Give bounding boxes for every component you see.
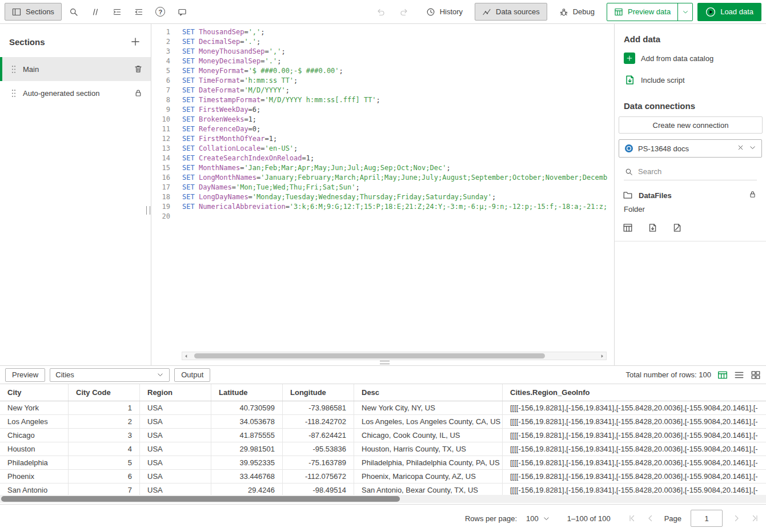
- column-header-longitude[interactable]: Longitude: [283, 384, 354, 401]
- table-row[interactable]: Philadelphia5USA39.952335-75.163789Phila…: [0, 456, 766, 470]
- code-line[interactable]: [182, 212, 607, 221]
- code-line[interactable]: SET FirstWeekDay=6;: [182, 105, 607, 115]
- table-row[interactable]: Chicago3USA41.875555-87.624421Chicago, C…: [0, 429, 766, 442]
- search-script-button[interactable]: [64, 3, 83, 21]
- page-input[interactable]: [691, 510, 723, 527]
- code-line[interactable]: SET DateFormat='M/D/YYYY';: [182, 86, 607, 95]
- list-view-icon[interactable]: [734, 370, 744, 380]
- search-icon: [69, 7, 78, 17]
- editor-horizontal-scrollbar[interactable]: [182, 352, 607, 360]
- code-line[interactable]: SET ThousandSep=',';: [182, 27, 607, 37]
- sections-toggle-button[interactable]: Sections: [5, 3, 62, 21]
- line-number: 2: [152, 37, 175, 47]
- code-line[interactable]: SET MoneyFormat='$ ###0.00;-$ ###0.00';: [182, 66, 607, 76]
- table-row[interactable]: Houston4USA29.981501-95.53836Houston, Ha…: [0, 442, 766, 456]
- column-header-cities-region-geoinfo[interactable]: Cities.Region_GeoInfo: [503, 384, 766, 401]
- code-line[interactable]: SET TimeFormat='h:mm:ss TT';: [182, 76, 607, 86]
- history-button[interactable]: History: [419, 3, 470, 21]
- code-line[interactable]: SET LongMonthNames='January;February;Mar…: [182, 173, 607, 183]
- edit-connection-icon[interactable]: [672, 223, 682, 233]
- code-line[interactable]: SET DecimalSep='.';: [182, 37, 607, 47]
- sidebar-resize-handle[interactable]: [146, 206, 150, 215]
- insert-script-icon[interactable]: [647, 223, 657, 233]
- code-line[interactable]: SET CollationLocale='en-US';: [182, 144, 607, 154]
- table-horizontal-scrollbar[interactable]: [0, 495, 766, 503]
- script-editor[interactable]: 1234567891011121314151617181920 SET Thou…: [152, 24, 614, 365]
- code-line[interactable]: SET DayNames='Mon;Tue;Wed;Thu;Fri;Sat;Su…: [182, 183, 607, 192]
- code-line[interactable]: SET MoneyThousandSep=',';: [182, 47, 607, 57]
- table-row[interactable]: Phoenix6USA33.446768-112.075672Phoenix, …: [0, 470, 766, 483]
- connection-icon: [624, 144, 633, 153]
- search-input[interactable]: [638, 167, 756, 176]
- delete-section-button[interactable]: [134, 65, 143, 74]
- outdent-button[interactable]: [129, 3, 149, 21]
- table-row[interactable]: New York1USA40.730599-73.986581New York …: [0, 401, 766, 415]
- panel-splitter-handle[interactable]: [380, 361, 390, 364]
- create-connection-button[interactable]: Create new connection: [619, 116, 763, 134]
- previous-page-button[interactable]: [646, 514, 655, 523]
- load-data-button[interactable]: Load data: [697, 3, 761, 21]
- hints-button[interactable]: [173, 3, 192, 21]
- last-page-button[interactable]: [750, 514, 759, 523]
- rows-per-page-select[interactable]: 100: [526, 514, 550, 523]
- indent-button[interactable]: [107, 3, 127, 21]
- include-script-button[interactable]: Include script: [615, 69, 766, 91]
- table-view-icon[interactable]: [717, 370, 728, 380]
- table-scrollbar-thumb[interactable]: [1, 496, 400, 502]
- chevron-down-icon[interactable]: [749, 144, 756, 153]
- preview-options: Total number of rows: 100: [625, 370, 761, 380]
- data-preview-table: CityCity CodeRegionLatitudeLongitudeDesc…: [0, 384, 766, 504]
- output-button[interactable]: Output: [174, 368, 210, 382]
- column-header-region[interactable]: Region: [140, 384, 211, 401]
- preview-data-button[interactable]: Preview data: [607, 3, 677, 21]
- chevron-left-icon: [646, 514, 655, 523]
- line-number: 5: [152, 66, 175, 76]
- connection-select[interactable]: PS-13648 docs: [619, 139, 762, 158]
- preview-button[interactable]: Preview: [5, 368, 45, 382]
- editor-code-lines[interactable]: SET ThousandSep=',';SET DecimalSep='.';S…: [175, 24, 607, 348]
- column-header-city-code[interactable]: City Code: [69, 384, 140, 401]
- redo-button[interactable]: [395, 3, 414, 21]
- code-line[interactable]: SET LongDayNames='Monday;Tuesday;Wednesd…: [182, 192, 607, 202]
- datafiles-item[interactable]: DataFiles: [615, 183, 766, 205]
- scrollbar-track[interactable]: [190, 352, 598, 360]
- table-cell: USA: [140, 415, 211, 428]
- scroll-left-arrow[interactable]: [182, 353, 190, 359]
- add-from-catalog-button[interactable]: Add from data catalog: [615, 47, 766, 69]
- line-number: 6: [152, 76, 175, 86]
- table-cell: USA: [140, 429, 211, 442]
- undo-button[interactable]: [371, 3, 390, 21]
- code-line[interactable]: SET MoneyDecimalSep='.';: [182, 57, 607, 66]
- sidebar-item-auto-generated[interactable]: Auto-generated section: [0, 81, 151, 105]
- select-data-icon[interactable]: [623, 223, 633, 233]
- preview-data-menu-button[interactable]: [677, 3, 692, 21]
- code-line[interactable]: SET MonthNames='Jan;Feb;Mar;Apr;May;Jun;…: [182, 163, 607, 173]
- syntax-help-button[interactable]: ?: [151, 3, 170, 21]
- code-line[interactable]: SET CreateSearchIndexOnReload=1;: [182, 154, 607, 163]
- column-header-city[interactable]: City: [0, 384, 69, 401]
- preview-data-icon: [614, 7, 623, 17]
- sidebar-item-main[interactable]: Main: [0, 57, 151, 81]
- data-sources-button[interactable]: Data sources: [475, 3, 547, 21]
- table-cell: 40.730599: [211, 401, 283, 414]
- comment-button[interactable]: [86, 3, 105, 21]
- code-line[interactable]: SET TimestampFormat='M/D/YYYY h:mm:ss[.f…: [182, 95, 607, 105]
- data-connections-title: Data connections: [624, 101, 757, 111]
- code-line[interactable]: SET NumericalAbbreviation='3:k;6:M;9:G;1…: [182, 202, 607, 212]
- next-page-button[interactable]: [732, 514, 741, 523]
- code-line[interactable]: SET BrokenWeeks=1;: [182, 115, 607, 124]
- clear-connection-icon[interactable]: [737, 144, 744, 153]
- code-line[interactable]: SET ReferenceDay=0;: [182, 124, 607, 134]
- debug-button[interactable]: Debug: [552, 3, 602, 21]
- code-line[interactable]: SET FirstMonthOfYear=1;: [182, 134, 607, 144]
- card-view-icon[interactable]: [751, 370, 761, 380]
- column-header-latitude[interactable]: Latitude: [211, 384, 283, 401]
- scrollbar-thumb[interactable]: [194, 353, 545, 358]
- scroll-right-arrow[interactable]: [598, 353, 606, 359]
- first-page-button[interactable]: [628, 514, 637, 523]
- column-header-desc[interactable]: Desc: [354, 384, 503, 401]
- sections-sidebar: Sections Main Auto-generated section: [0, 24, 151, 365]
- add-section-button[interactable]: [129, 35, 142, 48]
- table-select[interactable]: Cities: [50, 368, 170, 382]
- table-row[interactable]: Los Angeles2USA34.053678-118.242702Los A…: [0, 415, 766, 429]
